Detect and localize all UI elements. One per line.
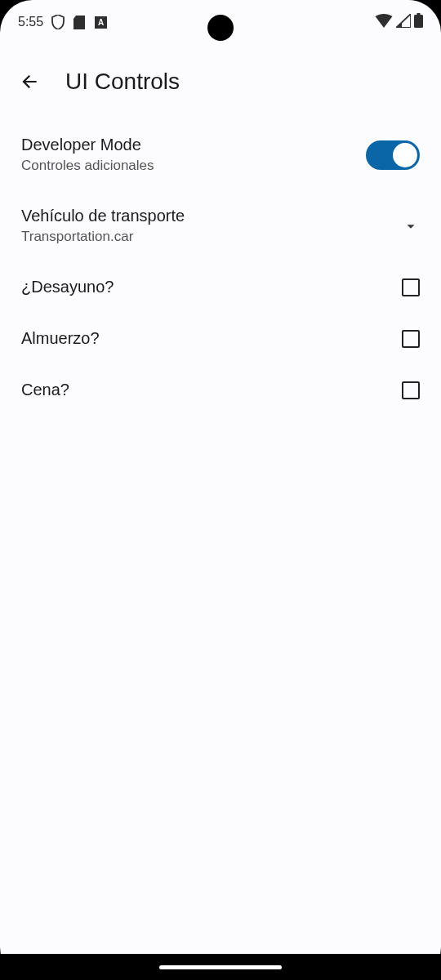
svg-text:A: A bbox=[98, 18, 104, 27]
row-lunch[interactable]: Almuerzo? bbox=[0, 313, 441, 364]
settings-list: Developer Mode Controles adicionales Veh… bbox=[0, 111, 441, 424]
app-bar: UI Controls bbox=[0, 44, 441, 111]
battery-icon bbox=[414, 13, 423, 31]
status-bar: 5:55 A bbox=[0, 0, 441, 44]
arrow-left-icon bbox=[19, 71, 40, 92]
chevron-down-icon bbox=[402, 217, 420, 235]
transport-title: Vehículo de transporte bbox=[21, 207, 402, 225]
lunch-checkbox[interactable] bbox=[402, 330, 420, 348]
developer-mode-switch[interactable] bbox=[366, 140, 420, 170]
row-transport[interactable]: Vehículo de transporte Transportation.ca… bbox=[0, 190, 441, 261]
switch-thumb bbox=[393, 143, 417, 167]
dinner-label: Cena? bbox=[21, 381, 69, 399]
camera-notch bbox=[207, 15, 234, 41]
signal-icon bbox=[396, 14, 411, 31]
breakfast-checkbox[interactable] bbox=[402, 278, 420, 296]
svg-rect-3 bbox=[414, 15, 423, 28]
developer-mode-title: Developer Mode bbox=[21, 136, 366, 154]
back-button[interactable] bbox=[18, 70, 41, 93]
lunch-label: Almuerzo? bbox=[21, 329, 100, 348]
dinner-checkbox[interactable] bbox=[402, 381, 420, 399]
row-developer-mode[interactable]: Developer Mode Controles adicionales bbox=[0, 119, 441, 190]
text-box-icon: A bbox=[94, 16, 107, 29]
home-handle[interactable] bbox=[159, 965, 282, 969]
shield-icon bbox=[51, 16, 65, 29]
wifi-icon bbox=[375, 14, 393, 31]
status-time: 5:55 bbox=[18, 15, 43, 29]
row-breakfast[interactable]: ¿Desayuno? bbox=[0, 261, 441, 313]
transport-value: Transportation.car bbox=[21, 229, 402, 245]
developer-mode-subtitle: Controles adicionales bbox=[21, 158, 366, 174]
breakfast-label: ¿Desayuno? bbox=[21, 278, 114, 296]
page-title: UI Controls bbox=[65, 69, 180, 95]
navigation-bar bbox=[0, 954, 441, 980]
svg-rect-2 bbox=[417, 13, 421, 15]
row-dinner[interactable]: Cena? bbox=[0, 364, 441, 416]
sd-card-icon bbox=[73, 16, 86, 29]
